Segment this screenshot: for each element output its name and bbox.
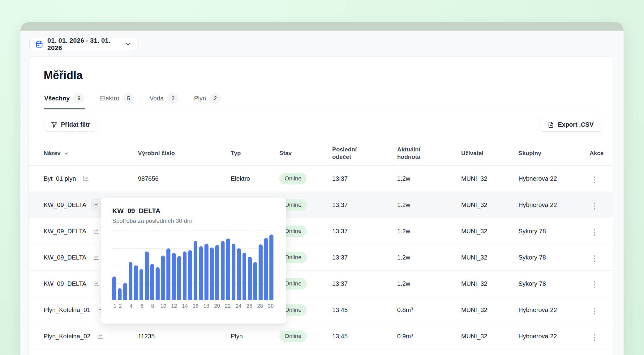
chart-x-tick: 1	[114, 303, 116, 309]
meter-name: Plyn_Kotelna_02	[44, 333, 90, 340]
row-actions-menu[interactable]	[592, 253, 597, 264]
current-value: 0.9m³	[397, 333, 461, 340]
row-actions-menu[interactable]	[592, 280, 597, 290]
column-header-last-reading: Poslední odečet	[332, 146, 397, 161]
column-header-type: Typ	[231, 150, 279, 157]
chart-line-icon[interactable]	[80, 173, 92, 184]
chart-bar	[134, 265, 138, 300]
row-actions-menu[interactable]	[592, 175, 597, 185]
chart-bar	[166, 248, 170, 300]
chart-x-tick: 12	[171, 303, 177, 309]
chart-x-tick: 28	[257, 303, 263, 309]
toolbar: Přidat filtr Export .CSV	[29, 109, 613, 141]
current-value: 1.2w	[397, 201, 461, 209]
meter-groups: Hybnerova 22	[518, 306, 590, 314]
chart-bar	[145, 251, 149, 300]
meter-type: Elektro	[231, 175, 279, 182]
chart-line-icon[interactable]	[95, 331, 106, 342]
meter-user: MUNI_32	[461, 228, 518, 235]
tab-label: Plyn	[194, 95, 206, 102]
consumption-bar-chart	[112, 230, 273, 300]
chart-bar	[204, 244, 208, 300]
chart-line-icon[interactable]	[91, 252, 102, 263]
table-header-row: Název Výrobní číslo Typ Stav Poslední od…	[29, 141, 613, 166]
table-row[interactable]: Online	[29, 349, 613, 355]
meter-user: MUNI_32	[461, 254, 518, 261]
current-value: 1.2w	[397, 228, 461, 235]
date-range-picker[interactable]: 1 01. 01. 2026 - 31. 01. 2026	[29, 37, 137, 51]
current-value: 1.2w	[397, 280, 461, 287]
row-actions-menu[interactable]	[592, 332, 597, 343]
column-header-serial: Výrobní číslo	[138, 150, 231, 157]
tooltip-subtitle: Spotřeba za posledních 30 dní	[112, 217, 275, 225]
chart-bar	[156, 267, 160, 300]
add-filter-button[interactable]: Přidat filtr	[44, 118, 97, 132]
chart-x-tick: 16	[193, 303, 199, 309]
tab-elektro[interactable]: Elektro 5	[99, 90, 135, 109]
meter-name: KW_09_DELTA	[44, 201, 86, 209]
chart-bar	[237, 248, 241, 300]
chart-x-tick: 24	[236, 303, 242, 309]
meter-groups: Sykory 78	[518, 280, 590, 287]
chart-line-icon[interactable]	[91, 226, 102, 237]
chart-bar	[253, 262, 257, 300]
chart-bar	[123, 283, 127, 300]
tab-label: Elektro	[100, 95, 119, 102]
calendar-icon: 1	[35, 40, 43, 48]
chart-bar	[188, 250, 192, 300]
status-badge: Online	[279, 173, 307, 184]
last-reading: 13:37	[332, 254, 397, 261]
chart-line-icon[interactable]	[91, 278, 102, 289]
row-actions-menu[interactable]	[592, 306, 597, 316]
meter-groups: Sykory 78	[518, 228, 590, 235]
chart-bar	[264, 238, 268, 300]
chart-x-tick: 6	[140, 303, 143, 309]
current-value: 1.2w	[397, 175, 461, 182]
meter-groups: Hybnerova 22	[518, 175, 590, 182]
chart-x-tick: 4	[130, 303, 132, 309]
tab-vsechny[interactable]: Všechny 9	[44, 90, 85, 109]
chart-bar	[112, 277, 116, 300]
meter-type: Plyn	[231, 333, 279, 340]
chart-bar	[172, 253, 176, 300]
tab-voda[interactable]: Voda 2	[149, 90, 179, 109]
chart-x-tick: 10	[161, 303, 166, 309]
tab-label: Voda	[150, 95, 164, 102]
meter-user: MUNI_32	[461, 280, 518, 287]
meter-groups: Sykory 78	[518, 254, 590, 261]
export-csv-button[interactable]: Export .CSV	[540, 118, 601, 132]
chart-line-icon[interactable]	[91, 199, 102, 210]
tooltip-title: KW_09_DELTA	[112, 207, 275, 215]
last-reading: 13:37	[332, 201, 397, 209]
tab-plyn[interactable]: Plyn 2	[193, 90, 221, 109]
column-header-status: Stav	[279, 150, 332, 157]
meter-serial: 987656	[138, 175, 231, 182]
chart-bar	[243, 253, 247, 300]
tooltip-chart-bars	[112, 230, 273, 300]
meter-user: MUNI_32	[461, 175, 518, 182]
chart-bar	[210, 247, 214, 300]
row-actions-menu[interactable]	[592, 201, 597, 211]
column-header-name[interactable]: Název	[29, 150, 138, 157]
last-reading: 13:37	[332, 280, 397, 287]
column-header-groups: Skupiny	[518, 150, 590, 157]
chart-bar	[269, 235, 273, 300]
chart-bar	[248, 257, 252, 300]
chart-bar	[161, 256, 165, 300]
chart-bar	[259, 244, 263, 300]
chart-bar	[199, 246, 203, 300]
current-value: 0.8m³	[397, 306, 461, 314]
last-reading: 13:45	[332, 333, 397, 340]
chart-bar	[221, 241, 225, 300]
last-reading: 13:45	[332, 306, 397, 314]
chart-bar	[215, 245, 219, 300]
column-header-current-value: Aktuální hodnota	[397, 146, 461, 161]
table-row[interactable]: Byt_01 plyn 987656 Elektro Online 13:37 …	[29, 166, 613, 192]
last-reading: 13:37	[332, 175, 397, 182]
row-actions-menu[interactable]	[592, 227, 597, 238]
meter-groups: Hybnerova 22	[518, 333, 590, 340]
tab-label: Všechny	[44, 95, 70, 102]
tab-count-badge: 5	[123, 93, 134, 104]
table-row[interactable]: Plyn_Kotelna_02 11235 Plyn Online 13:45 …	[29, 323, 613, 349]
meter-name: KW_09_DELTA	[44, 254, 86, 261]
